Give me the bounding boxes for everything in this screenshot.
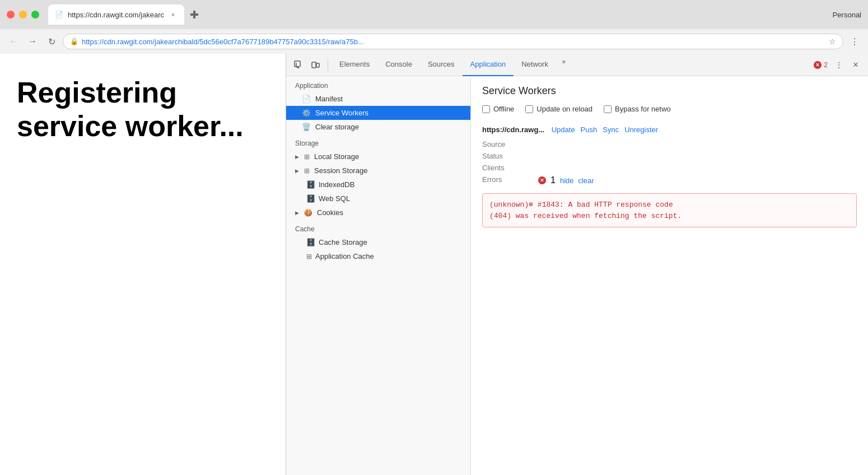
sidebar-item-local-storage[interactable]: ▶ ⊞ Local Storage	[286, 150, 470, 164]
service-workers-label: Service Workers	[315, 109, 368, 117]
back-button[interactable]: ←	[6, 34, 21, 49]
sw-clear-link[interactable]: clear	[578, 176, 594, 185]
error-count: 2	[824, 61, 828, 69]
minimize-button[interactable]	[19, 11, 27, 18]
window-controls	[7, 11, 39, 18]
more-tabs-button[interactable]: »	[556, 54, 572, 69]
devtools-panel: Elements Console Sources Application Net…	[286, 54, 868, 475]
offline-label: Offline	[493, 105, 514, 113]
tab-console[interactable]: Console	[377, 54, 420, 76]
page-heading: Registering service worker...	[17, 76, 269, 143]
tab-elements[interactable]: Elements	[332, 54, 377, 76]
status-label: Status	[482, 152, 538, 160]
sidebar-item-manifest[interactable]: 📄 Manifest	[286, 92, 470, 106]
sw-entry: https://cdn.rawg... Update Push Sync Unr…	[482, 124, 857, 227]
sw-hide-link[interactable]: hide	[560, 176, 574, 185]
sidebar-item-web-sql[interactable]: 🗄️ Web SQL	[286, 192, 470, 206]
web-sql-icon: 🗄️	[306, 194, 315, 203]
bypass-for-network-label: Bypass for netwo	[615, 105, 671, 113]
session-storage-label: Session Storage	[314, 166, 367, 175]
panel-title: Service Workers	[482, 85, 857, 97]
error-badge[interactable]: ✕ 2	[810, 61, 831, 69]
application-cache-icon: ⊞	[306, 253, 312, 260]
device-toolbar-button[interactable]	[307, 57, 323, 73]
sw-url: https://cdn.rawg...	[482, 125, 544, 134]
clear-storage-label: Clear storage	[315, 123, 359, 131]
local-storage-label: Local Storage	[314, 152, 359, 161]
sw-error-count-icon: ✕	[538, 176, 546, 184]
devtools-tabs: Elements Console Sources Application Net…	[332, 54, 810, 76]
close-button[interactable]	[7, 11, 15, 18]
new-tab-button[interactable]	[186, 7, 202, 22]
offline-checkbox[interactable]	[482, 105, 490, 113]
forward-button[interactable]: →	[25, 34, 40, 49]
tab-sources[interactable]: Sources	[420, 54, 463, 76]
sw-unregister-link[interactable]: Unregister	[624, 125, 658, 134]
devtools-toolbar: Elements Console Sources Application Net…	[286, 54, 868, 76]
cookies-arrow: ▶	[295, 210, 302, 216]
tab-title: https://cdn.rawgit.com/jakearc	[68, 11, 164, 19]
indexeddb-icon: 🗄️	[306, 180, 315, 189]
address-bar[interactable]: 🔒 https://cdn.rawgit.com/jakearchibald/5…	[63, 34, 843, 49]
sidebar-item-application-cache[interactable]: ⊞ Application Cache	[286, 249, 470, 263]
manifest-icon: 📄	[302, 95, 311, 103]
title-bar: 📄 https://cdn.rawgit.com/jakearc × Perso…	[0, 0, 868, 29]
sidebar-item-cache-storage[interactable]: 🗄️ Cache Storage	[286, 235, 470, 249]
sidebar-item-session-storage[interactable]: ▶ ⊞ Session Storage	[286, 164, 470, 178]
errors-label: Errors	[482, 175, 538, 185]
update-on-reload-option[interactable]: Update on reload	[525, 105, 592, 113]
url-text: https://cdn.rawgit.com/jakearchibald/5dc…	[82, 38, 825, 46]
application-section-header: Application	[286, 76, 470, 92]
devtools-sidebar: Application 📄 Manifest ⚙️ Service Worker…	[286, 76, 471, 475]
bypass-for-network-checkbox[interactable]	[604, 105, 612, 113]
devtools-close-button[interactable]: ×	[848, 57, 864, 73]
nav-bar: ← → ↻ 🔒 https://cdn.rawgit.com/jakearchi…	[0, 29, 868, 54]
tab-network[interactable]: Network	[514, 54, 556, 76]
clear-storage-icon: 🗑️	[302, 123, 311, 131]
error-icon: ✕	[814, 61, 822, 69]
sidebar-item-indexeddb[interactable]: 🗄️ IndexedDB	[286, 178, 470, 192]
tab-application[interactable]: Application	[463, 54, 514, 76]
cache-storage-icon: 🗄️	[306, 238, 315, 246]
bypass-for-network-option[interactable]: Bypass for netwo	[604, 105, 671, 113]
update-on-reload-checkbox[interactable]	[525, 105, 533, 113]
tab-close-button[interactable]: ×	[169, 10, 178, 19]
security-icon: 🔒	[70, 38, 78, 45]
session-storage-arrow: ▶	[295, 168, 302, 174]
page-content: Registering service worker...	[0, 54, 286, 475]
sw-push-link[interactable]: Push	[581, 125, 598, 134]
offline-option[interactable]: Offline	[482, 105, 514, 113]
storage-section-header: Storage	[286, 134, 470, 150]
bookmark-button[interactable]: ☆	[829, 37, 836, 46]
inspect-element-button[interactable]	[291, 57, 306, 73]
cache-storage-label: Cache Storage	[319, 238, 367, 246]
maximize-button[interactable]	[31, 11, 39, 18]
service-workers-icon: ⚙️	[302, 109, 311, 117]
svg-rect-6	[316, 63, 319, 67]
cache-section-header: Cache	[286, 220, 470, 235]
sw-sync-link[interactable]: Sync	[603, 125, 619, 134]
manifest-label: Manifest	[315, 95, 343, 103]
browser-tab[interactable]: 📄 https://cdn.rawgit.com/jakearc ×	[48, 4, 184, 25]
session-storage-grid-icon: ⊞	[304, 167, 310, 175]
svg-rect-5	[312, 62, 316, 68]
source-label: Source	[482, 140, 538, 148]
cookies-label: Cookies	[317, 208, 343, 217]
devtools-menu-button[interactable]: ⋮	[831, 57, 847, 73]
status-value	[538, 152, 857, 160]
cookies-icon: 🍪	[304, 209, 312, 217]
tab-bar: 📄 https://cdn.rawgit.com/jakearc ×	[48, 4, 833, 25]
sidebar-item-clear-storage[interactable]: 🗑️ Clear storage	[286, 120, 470, 134]
local-storage-arrow: ▶	[295, 154, 302, 160]
svg-rect-2	[295, 61, 300, 67]
sidebar-item-cookies[interactable]: ▶ 🍪 Cookies	[286, 206, 470, 220]
sw-actions: Update Push Sync Unregister	[552, 125, 658, 134]
reload-button[interactable]: ↻	[44, 34, 59, 49]
profile-label: Personal	[833, 11, 861, 19]
sw-update-link[interactable]: Update	[552, 125, 575, 134]
sidebar-item-service-workers[interactable]: ⚙️ Service Workers	[286, 106, 470, 120]
sw-error-count: 1	[550, 175, 556, 185]
more-options-button[interactable]: ⋮	[847, 34, 862, 49]
application-cache-label: Application Cache	[315, 252, 374, 260]
heading-line1: Registering	[17, 76, 177, 109]
